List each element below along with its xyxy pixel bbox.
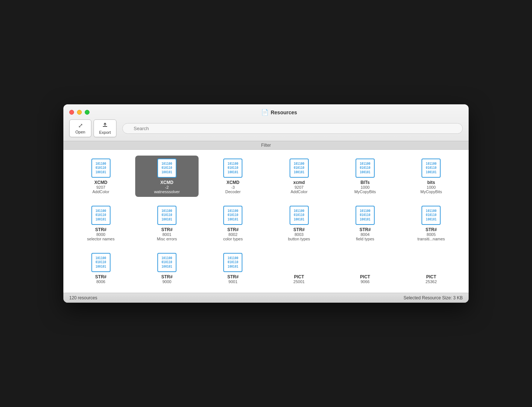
resource-type: STR# bbox=[293, 227, 305, 232]
resource-type: XCMD bbox=[227, 180, 239, 185]
resource-type: BITs bbox=[360, 180, 370, 185]
window-title-text: Resources bbox=[271, 109, 297, 115]
pict-placeholder bbox=[421, 253, 441, 272]
resource-item[interactable]: 101100010110100101 xcmd 9207 AddColor bbox=[267, 156, 330, 197]
resource-item[interactable]: 101100010110100101 BITs 1000 MyCopyBits bbox=[333, 156, 396, 197]
search-wrapper: 🔍 bbox=[122, 123, 463, 134]
open-button[interactable]: ⤢ Open bbox=[69, 119, 91, 137]
pict-placeholder bbox=[290, 253, 309, 272]
resource-id: 8000 bbox=[96, 232, 105, 237]
resource-type: STR# bbox=[95, 227, 106, 232]
resource-id: 9000 bbox=[162, 279, 171, 284]
binary-icon: 101100010110100101 bbox=[356, 206, 375, 225]
resource-type: STR# bbox=[227, 227, 239, 232]
titlebar-top: 📄 Resources bbox=[69, 109, 463, 116]
resource-id: 25001 bbox=[293, 279, 305, 284]
binary-icon: 101100010110100101 bbox=[157, 253, 176, 272]
resource-item[interactable]: 101100010110100101 XCMD 9207 AddColor bbox=[69, 156, 132, 197]
resource-name: Decoder bbox=[225, 189, 241, 194]
maximize-button[interactable] bbox=[85, 110, 90, 115]
toolbar: ⤢ Open Export 🔍 bbox=[69, 119, 463, 141]
resource-type: xcmd bbox=[293, 180, 305, 185]
minimize-button[interactable] bbox=[77, 110, 82, 115]
open-label: Open bbox=[76, 130, 85, 134]
resource-type: PICT bbox=[360, 274, 370, 279]
filter-label: Filter bbox=[261, 143, 271, 148]
binary-icon: 101100010110100101 bbox=[356, 159, 375, 178]
resource-name: field types bbox=[356, 237, 374, 241]
resource-id: 1000 bbox=[427, 185, 435, 189]
resource-item[interactable]: PICT 25362 bbox=[400, 250, 463, 287]
resource-id: 8004 bbox=[361, 232, 370, 237]
pict-placeholder bbox=[356, 253, 375, 272]
resource-size: Selected Resource Size: 3 KB bbox=[403, 295, 463, 300]
resource-type: STR# bbox=[360, 227, 371, 232]
statusbar: 120 resources Selected Resource Size: 3 … bbox=[63, 293, 469, 303]
binary-icon: 101100010110100101 bbox=[421, 206, 441, 225]
resource-item[interactable]: 101100010110100101 XCMD -3 Decoder bbox=[202, 156, 265, 197]
binary-icon: 101100010110100101 bbox=[91, 159, 111, 178]
resource-id: 9001 bbox=[228, 279, 237, 284]
toolbar-buttons: ⤢ Open Export bbox=[69, 119, 116, 137]
export-icon bbox=[102, 122, 108, 129]
resource-id: 1000 bbox=[361, 185, 370, 189]
resource-name: watnesssolver bbox=[154, 189, 180, 194]
resource-id: 8003 bbox=[294, 232, 303, 237]
resource-id: -2 bbox=[165, 185, 169, 189]
resource-item[interactable]: 101100010110100101 STR# 9000 bbox=[135, 250, 198, 287]
filter-bar: Filter bbox=[63, 141, 469, 150]
binary-icon: 101100010110100101 bbox=[290, 206, 309, 225]
binary-icon: 101100010110100101 bbox=[223, 206, 242, 225]
search-container: 🔍 bbox=[122, 123, 463, 134]
resource-item[interactable]: 101100010110100101 STR# 8006 bbox=[69, 250, 132, 287]
resource-item[interactable]: 101100010110100101 STR# 8000 selector na… bbox=[69, 203, 132, 244]
traffic-lights bbox=[69, 110, 90, 115]
resource-item[interactable]: PICT 25001 bbox=[267, 250, 330, 287]
close-button[interactable] bbox=[69, 110, 74, 115]
resource-type: STR# bbox=[161, 227, 173, 232]
resource-name: AddColor bbox=[291, 189, 308, 194]
resource-name: selector names bbox=[87, 237, 115, 241]
binary-icon: 101100010110100101 bbox=[91, 206, 111, 225]
resource-item[interactable]: 101100010110100101 STR# 8001 Misc errors bbox=[135, 203, 198, 244]
resource-type: STR# bbox=[227, 274, 239, 279]
binary-icon: 101100010110100101 bbox=[223, 159, 242, 178]
binary-icon: 101100010110100101 bbox=[223, 253, 242, 272]
resource-name: MyCopyBits bbox=[420, 189, 442, 194]
resource-name: MyCopyBits bbox=[354, 189, 376, 194]
resource-item[interactable]: 101100010110100101 bits 1000 MyCopyBits bbox=[400, 156, 463, 197]
resource-name: transiti...names bbox=[417, 237, 445, 241]
resource-name: color types bbox=[223, 237, 243, 241]
resource-id: 8001 bbox=[162, 232, 171, 237]
resource-item[interactable]: 101100010110100101 STR# 9001 bbox=[202, 250, 265, 287]
export-button[interactable]: Export bbox=[94, 119, 116, 137]
resource-name: Misc errors bbox=[157, 237, 177, 241]
resource-type: XCMD bbox=[160, 180, 173, 185]
resource-id: -3 bbox=[231, 185, 235, 189]
resource-grid: 101100010110100101 XCMD 9207 AddColor 10… bbox=[69, 156, 463, 287]
resource-item-selected[interactable]: 101100010110100101 XCMD -2 watnesssolver bbox=[135, 156, 198, 197]
resource-id: 25362 bbox=[426, 279, 437, 284]
resource-item[interactable]: 101100010110100101 STR# 8004 field types bbox=[333, 203, 396, 244]
search-input[interactable] bbox=[122, 123, 463, 134]
main-window: 📄 Resources ⤢ Open bbox=[63, 104, 469, 303]
binary-icon: 101100010110100101 bbox=[157, 159, 176, 178]
binary-icon: 101100010110100101 bbox=[290, 159, 309, 178]
resource-item[interactable]: 101100010110100101 STR# 8003 button type… bbox=[267, 203, 330, 244]
content-area: 101100010110100101 XCMD 9207 AddColor 10… bbox=[63, 150, 469, 293]
resource-type: bits bbox=[427, 180, 435, 185]
resource-item[interactable]: PICT 9066 bbox=[333, 250, 396, 287]
binary-icon: 101100010110100101 bbox=[421, 159, 441, 178]
resource-id: 9207 bbox=[294, 185, 303, 189]
resource-type: STR# bbox=[426, 227, 437, 232]
resource-name: button types bbox=[288, 237, 310, 241]
resource-item[interactable]: 101100010110100101 STR# 8005 transiti...… bbox=[400, 203, 463, 244]
binary-icon: 101100010110100101 bbox=[91, 253, 111, 272]
resource-id: 9066 bbox=[361, 279, 370, 284]
resource-id: 9207 bbox=[96, 185, 105, 189]
resource-item[interactable]: 101100010110100101 STR# 8002 color types bbox=[202, 203, 265, 244]
resource-id: 8006 bbox=[96, 279, 105, 284]
resource-id: 8002 bbox=[228, 232, 237, 237]
open-icon: ⤢ bbox=[78, 122, 83, 129]
window-title: 📄 Resources bbox=[95, 109, 463, 116]
